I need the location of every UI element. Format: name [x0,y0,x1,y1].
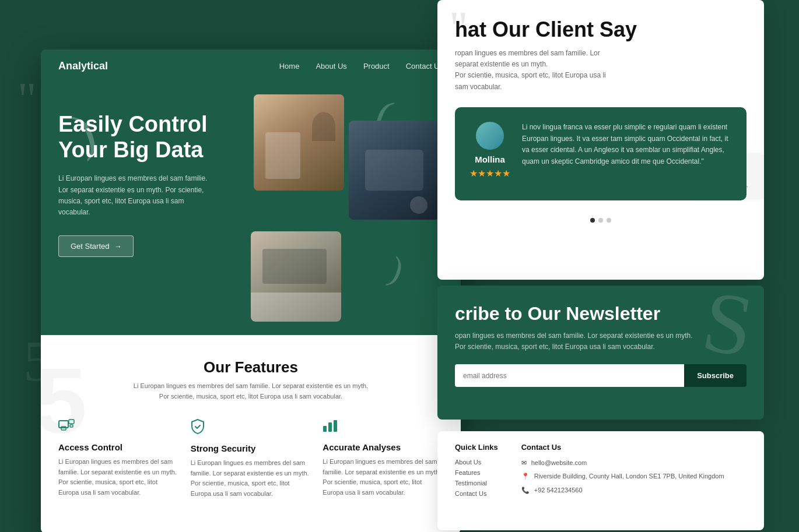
dot-1[interactable] [590,218,595,223]
bg-deco-quote-left: " [17,76,37,122]
hero-content: Easily Control Your Big Data Li Europan … [58,94,248,322]
svg-rect-2 [69,420,74,424]
testimonial-subtitle: ropan lingues es membres del sam familie… [455,48,618,93]
footer-grid: Quick Links About Us Features Testimonia… [455,443,747,501]
dot-2[interactable] [598,218,603,223]
testimonial-panel: " hat Our Client Say ropan lingues es me… [437,0,764,280]
footer-link-features[interactable]: Features [455,469,498,476]
feature-desc-strong-security: Li Europan lingues es membres del sam fa… [191,458,311,499]
svg-rect-5 [328,422,332,432]
svg-rect-3 [70,425,73,427]
footer-link-contact[interactable]: Contact Us [455,490,498,497]
features-title: Our Features [58,358,443,376]
hero-section: ) ) ) Easily Control Your Big Data Li Eu… [41,83,461,333]
feature-desc-access-control: Li Europan lingues es membres del sam fa… [58,457,179,498]
review-content: Li nov lingua franca va esser plu simpli… [522,122,732,168]
newsletter-desc: opan lingues es membres del sam familie.… [455,330,747,353]
nav-links: Home About Us Product Contact Us [279,62,443,71]
footer-phone: 📞 +92 5421234560 [521,486,724,495]
main-panel: Analytical Home About Us Product Contact… [41,50,461,532]
footer-contact: Contact Us ✉ hello@website.com 📍 Riversi… [521,443,724,501]
navbar: Analytical Home About Us Product Contact… [41,50,461,83]
dot-3[interactable] [607,218,611,223]
features-description: Li Europan lingues es membres del sam fa… [58,381,443,401]
phone-icon: 📞 [521,487,530,494]
hero-images [248,94,443,322]
newsletter-panel: cribe to Our Newsletter opan lingues es … [437,286,764,420]
subscribe-button[interactable]: Subscribe [684,364,747,387]
hero-title: Easily Control Your Big Data [58,112,248,163]
address-text: Riverside Building, County Hall, London … [534,472,724,481]
features-section: 5 Our Features Li Europan lingues es mem… [41,335,461,532]
feature-accurate-analyses: Accurate Analyses Li Europan lingues es … [323,419,443,499]
hero-image-1 [254,94,344,191]
phone-text: +92 5421234560 [534,486,583,495]
footer-email: ✉ hello@website.com [521,459,724,467]
hero-description: Li Europan lingues es membres del sam fa… [58,173,210,218]
feature-name-access-control: Access Control [58,442,179,452]
footer-quick-links: Quick Links About Us Features Testimonia… [455,443,498,501]
hero-image-3 [251,231,341,322]
testimonial-main-card: Mollina ★★★★★ Li nov lingua franca va es… [455,107,747,200]
newsletter-form: Subscribe [455,364,747,387]
svg-rect-4 [323,426,327,432]
reviewer-avatar [476,122,504,150]
footer-link-about[interactable]: About Us [455,459,498,466]
svg-rect-6 [334,420,337,432]
accurate-analyses-icon [323,419,443,436]
feature-access-control: Access Control Li Europan lingues es mem… [58,419,179,499]
feature-name-strong-security: Strong Security [191,443,311,453]
footer-link-testimonial[interactable]: Testimonial [455,480,498,487]
newsletter-title: cribe to Our Newsletter [455,303,747,325]
nav-logo: Analytical [58,60,108,72]
email-input[interactable] [455,364,684,387]
email-text: hello@website.com [531,459,587,467]
testimonial-dots [455,218,747,223]
email-icon: ✉ [521,459,527,467]
features-grid: Access Control Li Europan lingues es mem… [58,419,443,499]
reviewer-stars: ★★★★★ [469,168,510,179]
nav-link-product[interactable]: Product [363,62,390,71]
testimonial-title: hat Our Client Say [455,17,747,42]
footer-panel: Quick Links About Us Features Testimonia… [437,431,764,530]
nav-link-contact[interactable]: Contact Us [406,62,443,71]
scene: " 5 Analytical Home About Us Product Con… [0,0,799,532]
get-started-button[interactable]: Get Started → [58,235,134,257]
nav-link-home[interactable]: Home [279,62,300,71]
location-icon: 📍 [521,473,530,480]
access-control-icon [58,419,179,436]
review-text: Li nov lingua franca va esser plu simpli… [522,122,732,168]
feature-name-accurate-analyses: Accurate Analyses [323,442,443,452]
strong-security-icon [191,419,311,438]
footer-address: 📍 Riverside Building, County Hall, Londo… [521,472,724,481]
nav-link-about[interactable]: About Us [316,62,346,71]
hero-image-2 [349,121,439,220]
contact-title: Contact Us [521,443,724,452]
reviewer-info: Mollina ★★★★★ [469,122,510,186]
feature-strong-security: Strong Security Li Europan lingues es me… [191,419,311,499]
reviewer-name: Mollina [469,154,510,164]
quick-links-title: Quick Links [455,443,498,452]
feature-desc-accurate-analyses: Li Europan lingues es membres del sam fa… [323,457,443,498]
